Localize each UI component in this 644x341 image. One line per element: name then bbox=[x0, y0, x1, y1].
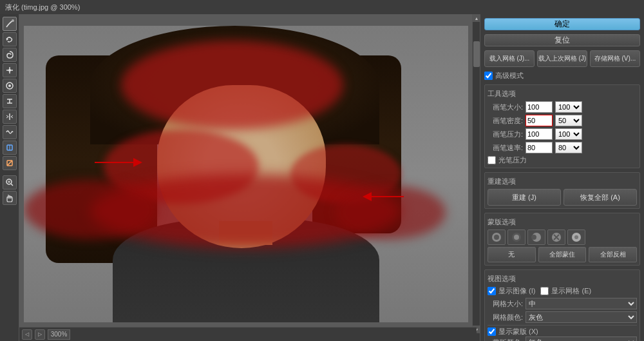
tool-options-title: 工具选项 bbox=[488, 89, 637, 99]
svg-point-19 bbox=[514, 235, 519, 240]
show-mask-checkbox[interactable] bbox=[488, 327, 496, 336]
red-shoulder-right-overlay bbox=[335, 186, 446, 239]
svg-point-6 bbox=[8, 84, 11, 87]
grid-size-select[interactable]: 中小大 bbox=[526, 298, 637, 309]
brush-density-label: 画笔密度: bbox=[488, 116, 523, 126]
mask-none-button[interactable]: 无 bbox=[488, 247, 536, 262]
show-grid-checkbox[interactable] bbox=[540, 287, 549, 295]
reconstruct-tool[interactable] bbox=[3, 32, 17, 46]
confirm-button[interactable]: 确定 bbox=[484, 18, 640, 30]
brush-speed-select[interactable]: 80 bbox=[555, 142, 582, 153]
grid-color-row: 网格颜色: 灰色黑色白色 bbox=[488, 311, 637, 323]
mask-btn-3[interactable] bbox=[527, 229, 545, 245]
show-grid-row: 显示网格 (E) bbox=[540, 286, 591, 296]
bloat-tool[interactable] bbox=[3, 79, 17, 93]
brush-tool[interactable] bbox=[3, 17, 17, 31]
load-prev-mesh-button[interactable]: 载入上次网格 (J) bbox=[537, 50, 587, 67]
svg-point-0 bbox=[12, 19, 14, 22]
mask-btn-2[interactable] bbox=[507, 229, 526, 245]
reset-button[interactable]: 复位 bbox=[484, 34, 640, 46]
svg-point-17 bbox=[494, 235, 499, 240]
view-options-section: 视图选项 显示图像 (I) 显示网格 (E) 网格大小: 中小大 网格颜 bbox=[484, 269, 640, 341]
vertical-scrollbar[interactable]: ▲ ▼ bbox=[472, 14, 480, 333]
brush-size-row: 画笔大小: 100 bbox=[488, 101, 637, 113]
svg-point-21 bbox=[531, 235, 536, 240]
mirror-tool[interactable] bbox=[3, 110, 17, 124]
rebuild-options-title: 重建选项 bbox=[488, 177, 637, 186]
bottom-status-bar: ◁ ▷ 300% bbox=[19, 327, 477, 341]
brush-speed-label: 画笔速率: bbox=[488, 143, 523, 153]
mask-buttons-group bbox=[488, 229, 637, 245]
hand-tool[interactable] bbox=[3, 191, 17, 205]
brush-density-row: 画笔密度: 50 bbox=[488, 115, 637, 126]
thaw-tool[interactable] bbox=[3, 156, 17, 170]
show-mask-label[interactable]: 显示蒙版 (X) bbox=[498, 327, 538, 336]
stylus-pressure-label[interactable]: 光笔压力 bbox=[498, 155, 527, 165]
vertical-scroll-thumb[interactable] bbox=[473, 41, 480, 67]
brush-pressure-row: 画笔压力: 100 bbox=[488, 128, 637, 140]
grid-size-row: 网格大小: 中小大 bbox=[488, 298, 637, 309]
twirl-tool[interactable] bbox=[3, 48, 17, 62]
turbulence-tool[interactable] bbox=[3, 125, 17, 139]
brush-size-select[interactable]: 100 bbox=[555, 101, 582, 113]
restore-all-button[interactable]: 恢复全部 (A) bbox=[564, 189, 637, 206]
mask-all-button[interactable]: 全部蒙住 bbox=[538, 247, 587, 262]
show-mask-row: 显示蒙版 (X) bbox=[488, 327, 637, 336]
red-forehead-overlay bbox=[121, 41, 343, 130]
mask-invert-button[interactable]: 全部反相 bbox=[589, 247, 637, 262]
rebuild-buttons-row: 重建 (J) 恢复全部 (A) bbox=[488, 189, 637, 206]
status-icon-left[interactable]: ◁ bbox=[22, 329, 32, 340]
advanced-mode-checkbox[interactable] bbox=[484, 72, 493, 80]
show-image-checkbox[interactable] bbox=[488, 287, 496, 295]
stylus-pressure-checkbox[interactable] bbox=[488, 156, 496, 164]
brush-size-input[interactable] bbox=[526, 101, 553, 113]
mesh-buttons-row: 载入网格 (J)... 载入上次网格 (J) 存储网格 (V)... bbox=[484, 50, 640, 67]
mask-btn-4[interactable] bbox=[547, 229, 565, 245]
brush-density-input[interactable] bbox=[526, 115, 553, 126]
show-image-label[interactable]: 显示图像 (I) bbox=[498, 286, 535, 296]
view-options-title: 视图选项 bbox=[488, 274, 637, 284]
brush-pressure-input[interactable] bbox=[526, 128, 553, 140]
rebuild-options-section: 重建选项 重建 (J) 恢复全部 (A) bbox=[484, 172, 640, 209]
view-divider bbox=[488, 325, 637, 326]
photo-canvas[interactable] bbox=[24, 26, 468, 322]
pucker-tool[interactable] bbox=[3, 63, 17, 77]
brush-density-select[interactable]: 50 bbox=[555, 115, 582, 126]
title-bar: 液化 (timg.jpg @ 300%) bbox=[0, 0, 644, 14]
advanced-mode-row: 高级模式 bbox=[484, 71, 640, 81]
show-checkboxes-row: 显示图像 (I) 显示网格 (E) bbox=[488, 286, 637, 296]
rebuild-button[interactable]: 重建 (J) bbox=[488, 189, 561, 206]
red-shoulder-left-overlay bbox=[24, 180, 157, 239]
push-tool[interactable] bbox=[3, 94, 17, 108]
mask-btn-5[interactable] bbox=[567, 229, 585, 245]
save-mesh-button[interactable]: 存储网格 (V)... bbox=[590, 50, 640, 67]
stylus-pressure-row: 光笔压力 bbox=[488, 155, 637, 165]
mask-color-select[interactable]: 红色绿色蓝色 bbox=[526, 336, 637, 341]
grid-color-label: 网格颜色: bbox=[488, 313, 523, 322]
mask-options-title: 蒙版选项 bbox=[488, 217, 637, 227]
mask-btn-1[interactable] bbox=[488, 229, 506, 245]
left-toolbar bbox=[0, 14, 19, 341]
status-icon-right[interactable]: ▷ bbox=[35, 329, 45, 340]
show-grid-label[interactable]: 显示网格 (E) bbox=[551, 286, 591, 296]
main-content: ▲ ▼ ◀ ▶ 确定 复位 载入网格 (J)... 载入上次网格 (J) 存储网… bbox=[0, 14, 644, 341]
freeze-tool[interactable] bbox=[3, 141, 17, 155]
mask-options-section: 蒙版选项 bbox=[484, 213, 640, 266]
advanced-mode-label[interactable]: 高级模式 bbox=[495, 71, 524, 81]
svg-line-13 bbox=[11, 184, 13, 186]
zoom-tool[interactable] bbox=[3, 175, 17, 190]
brush-pressure-select[interactable]: 100 bbox=[555, 128, 582, 140]
title-text: 液化 (timg.jpg @ 300%) bbox=[5, 3, 80, 12]
canvas-area: ▲ ▼ ◀ ▶ bbox=[19, 14, 480, 341]
zoom-input[interactable] bbox=[48, 329, 70, 340]
mask-action-buttons-row: 无 全部蒙住 全部反相 bbox=[488, 247, 637, 262]
brush-speed-input[interactable] bbox=[526, 142, 553, 153]
right-panel: 确定 复位 载入网格 (J)... 载入上次网格 (J) 存储网格 (V)...… bbox=[480, 14, 644, 341]
canvas-container[interactable] bbox=[19, 14, 472, 333]
brush-pressure-label: 画笔压力: bbox=[488, 130, 523, 139]
tool-options-section: 工具选项 画笔大小: 100 画笔密度: 50 画笔压力: 10 bbox=[484, 84, 640, 168]
svg-point-4 bbox=[8, 69, 11, 72]
scroll-up-arrow[interactable]: ▲ bbox=[473, 14, 480, 22]
load-mesh-button[interactable]: 载入网格 (J)... bbox=[484, 50, 535, 67]
grid-color-select[interactable]: 灰色黑色白色 bbox=[526, 311, 637, 323]
